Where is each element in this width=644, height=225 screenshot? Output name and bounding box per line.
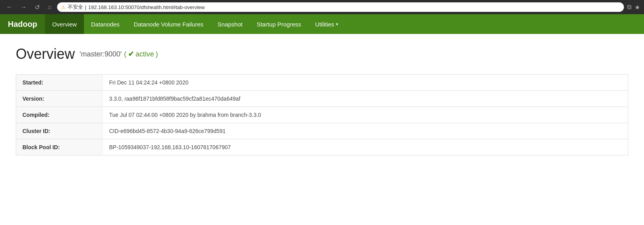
table-label-4: Block Pool ID: bbox=[16, 139, 103, 156]
nav-item-utilities[interactable]: Utilities ▾ bbox=[308, 14, 345, 34]
page-title: Overview bbox=[16, 46, 75, 62]
utilities-dropdown-arrow: ▾ bbox=[336, 22, 338, 27]
browser-chrome: ← → ↺ ⌂ ⚠ 不安全 | 192.168.163.10:50070/dfs… bbox=[0, 0, 644, 14]
browser-actions: ⧉ ★ bbox=[627, 4, 640, 11]
window-button[interactable]: ⧉ bbox=[627, 4, 631, 11]
table-value-4: BP-1059349037-192.168.163.10-16076170679… bbox=[103, 139, 628, 156]
refresh-button[interactable]: ↺ bbox=[32, 3, 42, 12]
nav-item-datanode-volume-failures[interactable]: Datanode Volume Failures bbox=[127, 14, 211, 34]
url-separator: | bbox=[85, 4, 86, 10]
nav-item-startup-progress[interactable]: Startup Progress bbox=[250, 14, 308, 34]
main-content: Overview 'master:9000' (✔active) Started… bbox=[0, 34, 644, 167]
url-text: 192.168.163.10:50070/dfshealth.html#tab-… bbox=[88, 4, 205, 10]
forward-button[interactable]: → bbox=[18, 3, 29, 11]
table-label-3: Cluster ID: bbox=[16, 123, 103, 139]
back-button[interactable]: ← bbox=[4, 3, 15, 11]
nav-item-datanodes[interactable]: Datanodes bbox=[84, 14, 127, 34]
table-label-2: Compiled: bbox=[16, 107, 103, 123]
navbar-brand[interactable]: Hadoop bbox=[0, 14, 45, 34]
checkmark-icon: ✔ bbox=[128, 50, 134, 58]
table-value-1: 3.3.0, raa96f1871bfd858f9bac59cf2a81ec47… bbox=[103, 91, 628, 107]
nav-item-snapshot[interactable]: Snapshot bbox=[210, 14, 249, 34]
security-warning-icon: ⚠ bbox=[61, 4, 66, 10]
table-row: Started:Fri Dec 11 04:24:24 +0800 2020 bbox=[16, 75, 628, 91]
table-value-3: CID-e696bd45-8572-4b30-94a9-626ce799d591 bbox=[103, 123, 628, 139]
table-label-0: Started: bbox=[16, 75, 103, 91]
table-label-1: Version: bbox=[16, 91, 103, 107]
info-table: Started:Fri Dec 11 04:24:24 +0800 2020Ve… bbox=[16, 74, 628, 156]
active-badge: (✔active) bbox=[124, 50, 158, 58]
insecure-label: 不安全 bbox=[68, 4, 83, 11]
nav-item-overview[interactable]: Overview bbox=[45, 14, 84, 34]
table-value-0: Fri Dec 11 04:24:24 +0800 2020 bbox=[103, 75, 628, 91]
table-row: Compiled:Tue Jul 07 02:44:00 +0800 2020 … bbox=[16, 107, 628, 123]
home-button[interactable]: ⌂ bbox=[45, 3, 54, 11]
page-subtitle: 'master:9000' (✔active) bbox=[80, 50, 158, 58]
table-value-2: Tue Jul 07 02:44:00 +0800 2020 by brahma… bbox=[103, 107, 628, 123]
address-bar[interactable]: ⚠ 不安全 | 192.168.163.10:50070/dfshealth.h… bbox=[57, 2, 624, 12]
subtitle-host: 'master:9000' bbox=[80, 50, 122, 58]
table-row: Cluster ID:CID-e696bd45-8572-4b30-94a9-6… bbox=[16, 123, 628, 139]
table-row: Version:3.3.0, raa96f1871bfd858f9bac59cf… bbox=[16, 91, 628, 107]
table-row: Block Pool ID:BP-1059349037-192.168.163.… bbox=[16, 139, 628, 156]
navbar-items: Overview Datanodes Datanode Volume Failu… bbox=[45, 14, 345, 34]
active-label: active bbox=[135, 50, 154, 58]
star-button[interactable]: ★ bbox=[635, 4, 640, 11]
utilities-label: Utilities bbox=[315, 21, 334, 28]
navbar: Hadoop Overview Datanodes Datanode Volum… bbox=[0, 14, 644, 34]
page-title-row: Overview 'master:9000' (✔active) bbox=[16, 46, 628, 62]
